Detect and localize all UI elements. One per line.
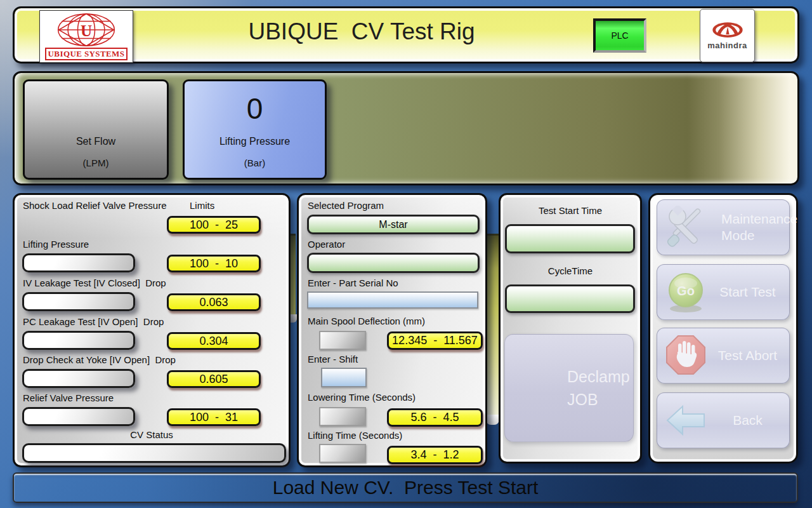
operator-box[interactable] xyxy=(307,253,480,273)
shift-input[interactable] xyxy=(321,368,367,387)
limit-box: 0.063 xyxy=(167,293,261,311)
value-display xyxy=(22,253,135,272)
limit-box: 0.304 xyxy=(167,332,261,350)
maintenance-mode-button[interactable]: Maintenance Mode xyxy=(657,199,790,255)
set-flow-unit: (LPM) xyxy=(83,157,109,168)
background-strip-cap xyxy=(486,415,499,425)
limit-box: 0.605 xyxy=(167,370,261,388)
cv-test-rig-screen: U UBIQUE SYSTEMS UBIQUE CV Test Rig PLC … xyxy=(0,0,812,508)
plc-label: PLC xyxy=(611,30,628,41)
test-abort-button[interactable]: Test Abort xyxy=(657,328,790,384)
svg-text:U: U xyxy=(81,22,92,39)
limit-box: 100 - 10 xyxy=(167,255,261,272)
lifting-value-display xyxy=(319,444,366,463)
status-message: Load New CV. Press Test Start xyxy=(273,477,539,498)
value-display xyxy=(22,331,135,350)
test-start-time-label: Test Start Time xyxy=(501,205,640,216)
back-label: Back xyxy=(706,412,789,429)
lifting-time-label: Lifting Time (Seconds) xyxy=(308,430,402,441)
go-icon-text: Go xyxy=(677,284,695,298)
limit-box: 100 - 31 xyxy=(167,408,261,426)
serial-label: Enter - Part Serial No xyxy=(308,277,398,288)
field-label: IV Leakage Test [IV Closed] Drop xyxy=(23,277,166,288)
cv-status-label: CV Status xyxy=(15,429,289,440)
cv-status-display xyxy=(22,443,286,463)
ubique-logo-caption: UBIQUE SYSTEMS xyxy=(45,48,128,60)
limits-panel-title: Shock Load Relief Valve Pressure xyxy=(23,200,167,211)
lifting-pressure-unit: (Bar) xyxy=(244,157,265,168)
test-abort-label: Test Abort xyxy=(706,347,789,364)
operator-label: Operator xyxy=(308,239,345,250)
field-label: Relief Valve Pressure xyxy=(23,392,114,403)
lifting-pressure-value: 0 xyxy=(247,81,263,136)
header-bar: U UBIQUE SYSTEMS UBIQUE CV Test Rig PLC … xyxy=(13,6,799,64)
program-panel: Selected Program M-star Operator Enter -… xyxy=(297,193,487,467)
field-label: Lifting Pressure xyxy=(23,239,89,250)
back-button[interactable]: Back xyxy=(657,392,790,448)
lowering-value-display xyxy=(319,407,366,426)
set-flow-tile[interactable]: Set Flow (LPM) xyxy=(23,79,169,180)
ubique-logo: U UBIQUE SYSTEMS xyxy=(39,10,133,63)
ubique-globe-icon: U xyxy=(53,13,119,47)
maintenance-mode-label: Maintenance Mode xyxy=(706,211,800,244)
status-bar: Load New CV. Press Test Start xyxy=(13,472,798,503)
start-test-label: Start Test xyxy=(706,284,789,300)
limits-panel: Shock Load Relief Valve Pressure Limits … xyxy=(13,193,291,467)
spool-limit-box: 12.345 - 11.567 xyxy=(387,331,483,350)
mahindra-caption: mahindra xyxy=(707,41,747,50)
cycle-time-label: CycleTime xyxy=(501,265,640,276)
field-label: PC Leakage Test [IV Open] Drop xyxy=(23,316,164,327)
serial-input[interactable] xyxy=(307,291,478,309)
action-buttons-panel: Maintenance Mode Go Start Test xyxy=(648,193,798,464)
tools-icon xyxy=(665,206,706,249)
declamp-line2: JOB xyxy=(567,388,633,411)
value-display xyxy=(22,369,135,388)
background-strip xyxy=(487,234,499,418)
mahindra-emblem-icon xyxy=(710,21,745,40)
declamp-job-button[interactable]: Declamp JOB xyxy=(504,334,634,442)
lowering-limit-box: 5.6 - 4.5 xyxy=(387,408,483,427)
declamp-line1: Declamp xyxy=(567,365,633,388)
back-arrow-icon xyxy=(665,399,706,442)
lowering-label: Lowering Time (Seconds) xyxy=(308,392,416,403)
selected-program-box[interactable]: M-star xyxy=(307,215,480,234)
page-title: UBIQUE CV Test Rig xyxy=(141,18,582,45)
value-display xyxy=(22,407,135,426)
test-start-time-box xyxy=(505,224,635,253)
stop-hand-icon xyxy=(665,334,706,377)
limit-box: 100 - 25 xyxy=(167,216,261,234)
start-test-button[interactable]: Go Start Test xyxy=(657,264,790,320)
value-display xyxy=(22,292,135,311)
metrics-panel: Set Flow (LPM) 0 Lifting Pressure (Bar) xyxy=(13,71,799,185)
set-flow-label: Set Flow xyxy=(76,136,115,147)
lifting-pressure-tile: 0 Lifting Pressure (Bar) xyxy=(183,79,327,180)
limits-header: Limits xyxy=(190,200,214,211)
shift-label: Enter - Shift xyxy=(308,354,358,364)
plc-status-indicator: PLC xyxy=(593,18,646,53)
spool-value-display xyxy=(319,331,366,350)
go-icon: Go xyxy=(665,271,706,314)
mahindra-logo: mahindra xyxy=(700,9,755,62)
session-panel: Test Start Time CycleTime Declamp JOB xyxy=(499,193,642,464)
spool-label: Main Spool Deflection (mm) xyxy=(308,316,425,326)
lifting-limit-box: 3.4 - 1.2 xyxy=(387,446,483,464)
lifting-pressure-label: Lifting Pressure xyxy=(219,136,290,147)
selected-program-label: Selected Program xyxy=(308,200,384,211)
field-label: Drop Check at Yoke [IV Open] Drop xyxy=(23,354,176,365)
cycle-time-box xyxy=(505,284,635,313)
